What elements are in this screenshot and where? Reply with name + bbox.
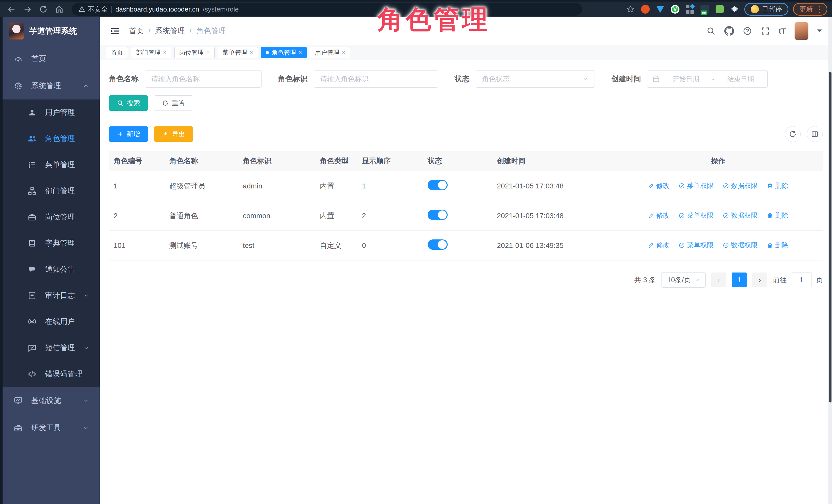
close-icon[interactable]: × <box>342 50 345 55</box>
browser-menu-icon[interactable]: ⋮ <box>816 5 821 14</box>
browser-reload-button[interactable] <box>36 2 50 16</box>
sidebar-item-online-users[interactable]: 在线用户 <box>3 309 100 335</box>
fullscreen-icon[interactable] <box>761 26 770 36</box>
extension-orange-icon[interactable] <box>640 4 650 15</box>
menu-permission-link[interactable]: 菜单权限 <box>679 181 713 190</box>
data-permission-link[interactable]: 数据权限 <box>723 181 758 190</box>
extensions-puzzle-icon[interactable] <box>729 4 740 15</box>
goto-page-input[interactable] <box>791 272 812 287</box>
delete-link[interactable]: 删除 <box>767 211 788 220</box>
bookmark-star-icon[interactable] <box>625 4 635 15</box>
edit-link[interactable]: 修改 <box>648 181 670 190</box>
tab-menus[interactable]: 菜单管理× <box>218 47 258 58</box>
scrollbar-thumb[interactable] <box>829 72 831 402</box>
close-icon[interactable]: × <box>299 50 302 55</box>
date-end-placeholder[interactable]: 结束日期 <box>719 75 762 84</box>
briefcase-icon <box>27 213 37 221</box>
sidebar-item-audit-log[interactable]: 审计日志 <box>3 283 100 309</box>
help-icon[interactable] <box>743 26 752 36</box>
search-button[interactable]: 搜索 <box>109 96 148 111</box>
browser-forward-button[interactable] <box>21 2 34 16</box>
extension-robot-icon[interactable] <box>714 4 725 15</box>
sidebar: 芋道管理系统 首页 系统管理 用户管理 角色管理 <box>3 17 100 504</box>
close-icon[interactable]: × <box>163 50 166 55</box>
tab-home[interactable]: 首页 <box>106 47 128 58</box>
sidebar-item-sms[interactable]: 短信管理 <box>3 335 100 361</box>
github-icon[interactable] <box>724 26 734 36</box>
logo-image <box>9 23 24 39</box>
close-icon[interactable]: × <box>206 50 210 55</box>
avatar[interactable] <box>795 22 808 40</box>
sidebar-item-label: 岗位管理 <box>45 212 89 222</box>
refresh-icon <box>789 130 797 138</box>
sidebar-item-notice[interactable]: 通知公告 <box>3 256 100 283</box>
update-badge[interactable]: 更新 ⋮ <box>793 3 827 16</box>
font-size-icon[interactable]: tT <box>779 27 786 35</box>
delete-link[interactable]: 删除 <box>767 181 788 190</box>
paused-badge[interactable]: 已暂停 <box>744 3 788 16</box>
sidebar-item-dict[interactable]: 字典管理 <box>3 230 100 256</box>
hamburger-icon[interactable] <box>110 26 120 36</box>
sidebar-logo[interactable]: 芋道管理系统 <box>3 17 100 45</box>
column-settings-button[interactable] <box>807 126 823 142</box>
refresh-table-button[interactable] <box>785 126 801 142</box>
sidebar-item-posts[interactable]: 岗位管理 <box>3 204 100 230</box>
scrollbar[interactable] <box>828 17 832 504</box>
data-permission-link[interactable]: 数据权限 <box>723 211 758 220</box>
sidebar-item-menus[interactable]: 菜单管理 <box>3 152 100 178</box>
export-button[interactable]: 导出 <box>154 126 193 142</box>
next-page-button[interactable]: › <box>752 272 767 287</box>
extension-on-icon[interactable]: on <box>700 4 710 15</box>
tab-roles[interactable]: 角色管理× <box>261 47 307 58</box>
browser-back-button[interactable] <box>5 2 19 16</box>
edit-link[interactable]: 修改 <box>648 211 670 220</box>
column-header-sort: 显示顺序 <box>357 151 423 171</box>
status-select[interactable]: 角色状态 <box>476 70 595 88</box>
role-name-input[interactable] <box>145 70 262 88</box>
breadcrumb-home[interactable]: 首页 <box>129 26 144 36</box>
date-range-picker[interactable]: 开始日期 - 结束日期 <box>647 70 768 88</box>
prev-page-button[interactable]: ‹ <box>711 272 726 287</box>
add-button[interactable]: 新增 <box>109 126 148 142</box>
security-warning[interactable]: 不安全 <box>78 5 108 14</box>
page-size-select[interactable]: 10条/页 <box>661 272 706 288</box>
filter-form: 角色名称 角色标识 状态 角色状态 创建时间 开始日期 - 结束日期 <box>109 70 823 88</box>
search-icon[interactable] <box>706 26 716 36</box>
close-icon[interactable]: × <box>250 50 253 55</box>
tab-departments[interactable]: 部门管理× <box>131 47 171 58</box>
tab-users[interactable]: 用户管理× <box>310 47 350 58</box>
reset-button[interactable]: 重置 <box>154 96 193 111</box>
sidebar-item-dev-tools[interactable]: 研发工具 <box>3 414 100 442</box>
sidebar-item-system[interactable]: 系统管理 <box>3 72 100 100</box>
status-toggle[interactable] <box>428 239 448 250</box>
menu-permission-link[interactable]: 菜单权限 <box>679 211 713 220</box>
users-icon <box>27 134 37 143</box>
sidebar-item-departments[interactable]: 部门管理 <box>3 178 100 204</box>
address-bar[interactable]: 不安全 dashboard.yudao.iocoder.cn/system/ro… <box>72 3 582 16</box>
sidebar-item-home[interactable]: 首页 <box>3 45 100 72</box>
browser-home-button[interactable] <box>52 2 66 16</box>
role-key-input[interactable] <box>314 70 438 88</box>
extension-grid-icon[interactable] <box>685 4 695 15</box>
chevron-down-icon[interactable] <box>817 29 822 32</box>
status-toggle[interactable] <box>428 180 448 190</box>
edit-label: 修改 <box>656 181 670 190</box>
date-start-placeholder[interactable]: 开始日期 <box>664 75 708 84</box>
column-header-actions: 操作 <box>614 151 823 171</box>
breadcrumb-system[interactable]: 系统管理 <box>155 26 185 36</box>
data-permission-link[interactable]: 数据权限 <box>723 241 758 250</box>
tab-posts[interactable]: 岗位管理× <box>174 47 215 58</box>
menu-permission-link[interactable]: 菜单权限 <box>679 241 713 250</box>
delete-link[interactable]: 删除 <box>767 241 788 250</box>
circle-check-icon <box>723 242 729 248</box>
status-toggle[interactable] <box>428 210 448 220</box>
logo-title: 芋道管理系统 <box>29 26 77 36</box>
edit-link[interactable]: 修改 <box>648 241 670 250</box>
extension-green-v-icon[interactable]: V <box>670 4 680 15</box>
extension-gem-icon[interactable] <box>655 4 665 15</box>
sidebar-item-infrastructure[interactable]: 基础设施 <box>3 387 100 414</box>
sidebar-item-error-code[interactable]: 错误码管理 <box>3 361 100 387</box>
sidebar-item-users[interactable]: 用户管理 <box>3 100 100 126</box>
sidebar-item-roles[interactable]: 角色管理 <box>3 126 100 152</box>
page-number-1[interactable]: 1 <box>732 272 747 287</box>
